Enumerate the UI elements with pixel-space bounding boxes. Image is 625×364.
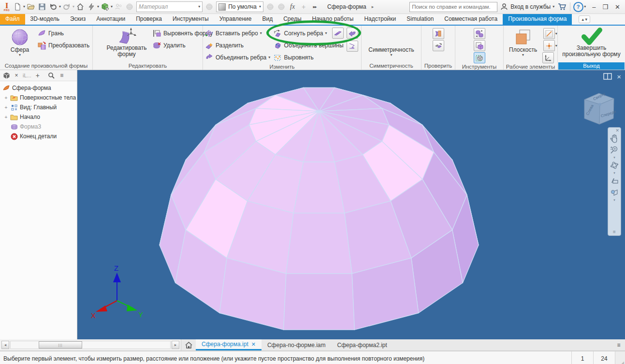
tree-expand-toggle[interactable]: + (4, 95, 8, 101)
browser-add-button[interactable]: + (34, 72, 42, 79)
align-button[interactable]: Выровнять (274, 51, 346, 63)
tree-item-3[interactable]: +Начало (1, 112, 76, 122)
work-ucs-button[interactable] (542, 52, 554, 63)
look-at-tool-icon[interactable] (609, 175, 620, 187)
face-button[interactable]: Грань (38, 27, 89, 39)
plane-button[interactable]: Плоскость ▾ (507, 27, 539, 63)
point-caret[interactable]: ▾ (555, 44, 557, 48)
view-cube[interactable]: Сверху Слева Спереди (580, 89, 618, 130)
sphere-tool-2[interactable] (204, 1, 215, 12)
orbit-caret[interactable]: ▾ (613, 171, 615, 175)
browser-tab-ilogic[interactable]: iL... (23, 73, 31, 78)
qat-overflow-button[interactable]: ▸▸ (309, 1, 320, 12)
redo-caret[interactable]: ▾ (73, 5, 74, 9)
match-contour-button[interactable] (433, 28, 444, 39)
ilogic-button[interactable] (86, 1, 97, 12)
work-axis-button[interactable] (543, 28, 555, 39)
add-qat-button[interactable]: + (298, 1, 309, 12)
split-button[interactable]: Разделить (205, 39, 273, 51)
ribbon-tab-12[interactable]: Совместная работа (439, 14, 503, 25)
new-file-caret[interactable]: ▾ (23, 5, 25, 9)
appearance-combobox[interactable]: По умолча ▾ (216, 1, 263, 12)
zoom-tool-icon[interactable] (609, 144, 620, 156)
ribbon-tab-8[interactable]: Среды (278, 14, 306, 25)
edit-form-button[interactable]: Редактировать форму (104, 27, 149, 62)
update-caret[interactable]: ▾ (111, 5, 113, 9)
browser-hscrollbar[interactable]: ◂ ||| ▸ (0, 339, 181, 350)
save-button[interactable] (37, 1, 47, 12)
ribbon-tab-11[interactable]: Simulation (401, 14, 439, 25)
tree-item-1[interactable]: +Поверхностные тела( (1, 93, 76, 102)
title-expand-arrow[interactable]: ▸ (372, 4, 374, 9)
visual-style-icon[interactable] (609, 187, 620, 198)
resize-grip[interactable]: ◢ (615, 351, 625, 364)
scroll-right-arrow[interactable]: ▸ (172, 341, 179, 349)
display-mode-button[interactable] (474, 52, 485, 63)
doc-tab-2[interactable]: Сфера-форма2.ipt (331, 339, 392, 350)
material-combobox[interactable]: Материал ▾ (136, 1, 203, 12)
ribbon-tab-9[interactable]: Начало работы (307, 14, 359, 25)
home-view-button[interactable] (181, 339, 196, 350)
bridge-alt-button[interactable] (332, 28, 344, 39)
search-input[interactable] (409, 2, 497, 12)
merge-edges-button[interactable]: Объединить ребра ▾ (205, 51, 273, 63)
ribbon-tab-6[interactable]: Управление (214, 14, 257, 25)
new-file-button[interactable] (12, 1, 23, 12)
ribbon-tab-5[interactable]: Инструменты (167, 14, 214, 25)
ribbon-tab-10[interactable]: Надстройки (359, 14, 401, 25)
tree-item-5[interactable]: Конец детали (1, 131, 76, 141)
fit-mesh-button[interactable] (433, 40, 444, 51)
scroll-left-arrow[interactable]: ◂ (1, 341, 9, 349)
tree-item-4[interactable]: Форма3 (1, 122, 76, 131)
viewport-close-button[interactable]: × (617, 73, 621, 81)
navbar-menu-button[interactable]: ≡ (613, 229, 616, 234)
ribbon-collapse-button[interactable]: ▴ ▾ (579, 15, 590, 23)
ribbon-tab-1[interactable]: 3D-модель (25, 14, 65, 25)
doc-tabs-menu-button[interactable]: ≡ (612, 339, 625, 350)
sign-in-button[interactable]: Вход в службы ▾ (500, 2, 554, 11)
tree-item-2[interactable]: +Вид: Главный (1, 102, 76, 112)
home-button[interactable] (75, 1, 86, 12)
style-caret[interactable]: ▾ (613, 198, 615, 202)
insert-edge-button[interactable]: Вставить ребро ▾ (205, 27, 273, 39)
tree-expand-toggle[interactable]: + (4, 115, 8, 120)
browser-search-icon[interactable] (48, 72, 56, 79)
redo-button[interactable] (61, 1, 72, 12)
open-button[interactable] (26, 1, 36, 12)
undo-caret[interactable]: ▾ (59, 5, 61, 9)
parameters-fx-button[interactable]: fx (287, 1, 298, 12)
bridge-button[interactable] (347, 41, 358, 52)
ribbon-tab-0[interactable]: Файл (0, 14, 25, 25)
split-view-icon[interactable] (603, 72, 612, 81)
convert-button[interactable]: Преобразовать (38, 39, 89, 51)
store-button[interactable] (557, 1, 567, 12)
tree-item-0[interactable]: Сфера-форма (1, 83, 76, 93)
pan-tool-icon[interactable] (609, 132, 620, 144)
undo-button[interactable] (48, 1, 58, 12)
ribbon-tab-2[interactable]: Эскиз (65, 14, 91, 25)
orbit-tool-icon[interactable] (609, 160, 620, 171)
doc-tab-0[interactable]: Сфера-форма.ipt✕ (196, 339, 262, 350)
doc-tab-1[interactable]: Сфера-по-форме.iam (262, 339, 332, 350)
work-point-button[interactable] (543, 40, 555, 51)
tree-expand-toggle[interactable]: + (4, 105, 8, 110)
presence-button[interactable] (113, 1, 124, 12)
box-mode-button[interactable] (474, 40, 485, 51)
repeat-merge-edges-button[interactable] (347, 28, 358, 39)
browser-close-button[interactable]: × (13, 72, 20, 79)
doc-tab-close-button[interactable]: ✕ (251, 341, 256, 348)
sphere-tool-3[interactable] (265, 1, 276, 12)
maximize-button[interactable]: ❒ (602, 3, 608, 11)
symmetry-button[interactable]: Симметричность ▾ (366, 27, 416, 62)
zoom-caret[interactable]: ▾ (613, 156, 615, 160)
ribbon-tab-13[interactable]: Произвольная форма (503, 14, 572, 25)
scroll-thumb[interactable]: ||| (39, 341, 82, 349)
minimize-button[interactable]: – (592, 3, 596, 11)
sphere-button[interactable]: Сфера ▾ (8, 27, 32, 62)
ribbon-tab-7[interactable]: Вид (257, 14, 278, 25)
close-button[interactable]: ✕ (615, 3, 620, 11)
help-button[interactable]: ? (573, 1, 583, 12)
sphere-tool-1[interactable] (124, 1, 135, 12)
freeform-body[interactable] (77, 70, 625, 339)
help-caret[interactable]: ▾ (584, 5, 586, 9)
